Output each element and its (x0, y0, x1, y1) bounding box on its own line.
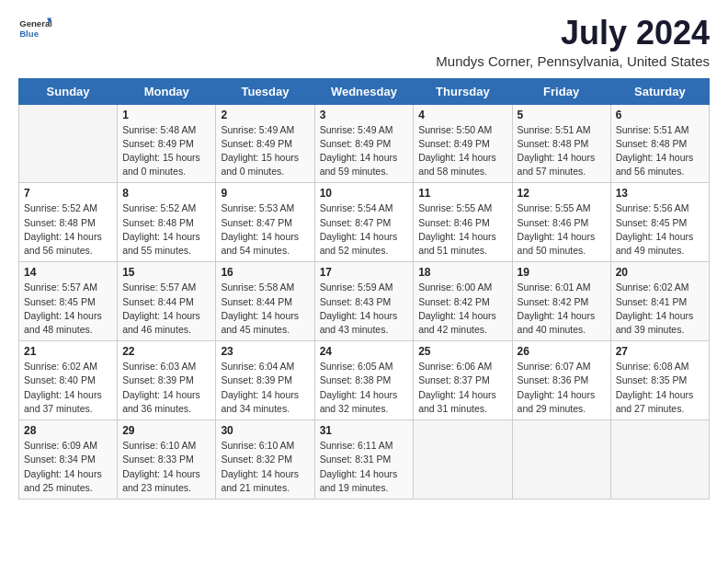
day-info: Sunrise: 5:51 AMSunset: 8:48 PMDaylight:… (616, 123, 704, 179)
day-info: Sunrise: 5:50 AMSunset: 8:49 PMDaylight:… (418, 123, 506, 179)
day-number: 2 (221, 109, 309, 121)
day-info: Sunrise: 5:56 AMSunset: 8:45 PMDaylight:… (616, 201, 704, 258)
week-row-3: 14Sunrise: 5:57 AMSunset: 8:45 PMDayligh… (19, 262, 710, 341)
page-header: General Blue July 2024 Mundys Corner, Pe… (18, 15, 710, 69)
day-number: 1 (122, 109, 210, 121)
main-title: July 2024 (436, 15, 710, 52)
title-block: July 2024 Mundys Corner, Pennsylvania, U… (436, 15, 710, 69)
calendar-cell: 15Sunrise: 5:57 AMSunset: 8:44 PMDayligh… (118, 262, 216, 341)
day-info: Sunrise: 6:04 AMSunset: 8:39 PMDaylight:… (221, 360, 309, 416)
calendar-cell (610, 420, 709, 500)
day-number: 15 (122, 266, 210, 279)
logo: General Blue (18, 15, 51, 48)
day-info: Sunrise: 6:08 AMSunset: 8:35 PMDaylight:… (616, 360, 704, 416)
calendar-cell: 16Sunrise: 5:58 AMSunset: 8:44 PMDayligh… (216, 262, 314, 341)
calendar-cell (414, 420, 512, 500)
calendar-cell (19, 104, 118, 183)
calendar-cell: 1Sunrise: 5:48 AMSunset: 8:49 PMDaylight… (118, 104, 216, 183)
header-day-thursday: Thursday (414, 78, 512, 104)
day-number: 25 (418, 345, 506, 358)
calendar-cell: 28Sunrise: 6:09 AMSunset: 8:34 PMDayligh… (19, 420, 118, 500)
calendar-cell: 3Sunrise: 5:49 AMSunset: 8:49 PMDaylight… (314, 104, 414, 183)
day-number: 6 (616, 109, 704, 121)
day-info: Sunrise: 6:11 AMSunset: 8:31 PMDaylight:… (320, 439, 409, 495)
calendar-cell: 7Sunrise: 5:52 AMSunset: 8:48 PMDaylight… (19, 183, 118, 262)
calendar-cell: 9Sunrise: 5:53 AMSunset: 8:47 PMDaylight… (216, 183, 314, 262)
day-info: Sunrise: 5:57 AMSunset: 8:44 PMDaylight:… (122, 281, 210, 337)
day-info: Sunrise: 5:52 AMSunset: 8:48 PMDaylight:… (122, 201, 210, 258)
calendar-cell: 10Sunrise: 5:54 AMSunset: 8:47 PMDayligh… (314, 183, 414, 262)
day-info: Sunrise: 5:48 AMSunset: 8:49 PMDaylight:… (122, 123, 210, 179)
calendar-cell: 12Sunrise: 5:55 AMSunset: 8:46 PMDayligh… (512, 183, 610, 262)
day-number: 19 (518, 266, 606, 279)
day-number: 14 (24, 266, 112, 279)
logo-svg: General Blue (18, 15, 51, 48)
calendar-cell: 25Sunrise: 6:06 AMSunset: 8:37 PMDayligh… (414, 341, 512, 420)
calendar-table: SundayMondayTuesdayWednesdayThursdayFrid… (18, 78, 710, 500)
day-number: 31 (320, 424, 409, 437)
calendar-cell (512, 420, 610, 500)
day-info: Sunrise: 5:53 AMSunset: 8:47 PMDaylight:… (221, 201, 309, 258)
day-info: Sunrise: 6:07 AMSunset: 8:36 PMDaylight:… (518, 360, 606, 416)
day-number: 17 (320, 266, 409, 279)
day-info: Sunrise: 5:51 AMSunset: 8:48 PMDaylight:… (518, 123, 606, 179)
calendar-cell: 6Sunrise: 5:51 AMSunset: 8:48 PMDaylight… (610, 104, 709, 183)
day-number: 20 (616, 266, 704, 279)
day-info: Sunrise: 5:55 AMSunset: 8:46 PMDaylight:… (418, 201, 506, 258)
day-number: 23 (221, 345, 309, 358)
day-number: 13 (616, 187, 704, 200)
week-row-5: 28Sunrise: 6:09 AMSunset: 8:34 PMDayligh… (19, 420, 710, 500)
calendar-cell: 13Sunrise: 5:56 AMSunset: 8:45 PMDayligh… (610, 183, 709, 262)
calendar-cell: 27Sunrise: 6:08 AMSunset: 8:35 PMDayligh… (610, 341, 709, 420)
day-number: 9 (221, 187, 309, 200)
day-info: Sunrise: 6:02 AMSunset: 8:41 PMDaylight:… (616, 281, 704, 337)
calendar-cell: 24Sunrise: 6:05 AMSunset: 8:38 PMDayligh… (314, 341, 414, 420)
day-info: Sunrise: 6:06 AMSunset: 8:37 PMDaylight:… (418, 360, 506, 416)
header-day-tuesday: Tuesday (216, 78, 314, 104)
day-info: Sunrise: 6:05 AMSunset: 8:38 PMDaylight:… (320, 360, 409, 416)
calendar-cell: 29Sunrise: 6:10 AMSunset: 8:33 PMDayligh… (118, 420, 216, 500)
subtitle: Mundys Corner, Pennsylvania, United Stat… (436, 53, 710, 69)
calendar-cell: 18Sunrise: 6:00 AMSunset: 8:42 PMDayligh… (414, 262, 512, 341)
calendar-header-row: SundayMondayTuesdayWednesdayThursdayFrid… (19, 78, 710, 104)
day-info: Sunrise: 5:55 AMSunset: 8:46 PMDaylight:… (518, 201, 606, 258)
week-row-4: 21Sunrise: 6:02 AMSunset: 8:40 PMDayligh… (19, 341, 710, 420)
day-info: Sunrise: 6:03 AMSunset: 8:39 PMDaylight:… (122, 360, 210, 416)
day-number: 30 (221, 424, 309, 437)
day-number: 12 (518, 187, 606, 200)
day-info: Sunrise: 5:59 AMSunset: 8:43 PMDaylight:… (320, 281, 409, 337)
day-number: 28 (24, 424, 112, 437)
day-number: 16 (221, 266, 309, 279)
svg-text:Blue: Blue (19, 29, 39, 39)
day-info: Sunrise: 6:10 AMSunset: 8:32 PMDaylight:… (221, 439, 309, 495)
day-info: Sunrise: 6:01 AMSunset: 8:42 PMDaylight:… (518, 281, 606, 337)
calendar-cell: 4Sunrise: 5:50 AMSunset: 8:49 PMDaylight… (414, 104, 512, 183)
day-number: 21 (24, 345, 112, 358)
day-info: Sunrise: 5:57 AMSunset: 8:45 PMDaylight:… (24, 281, 112, 337)
day-info: Sunrise: 6:10 AMSunset: 8:33 PMDaylight:… (122, 439, 210, 495)
calendar-cell: 23Sunrise: 6:04 AMSunset: 8:39 PMDayligh… (216, 341, 314, 420)
header-day-wednesday: Wednesday (314, 78, 414, 104)
calendar-cell: 19Sunrise: 6:01 AMSunset: 8:42 PMDayligh… (512, 262, 610, 341)
day-info: Sunrise: 6:00 AMSunset: 8:42 PMDaylight:… (418, 281, 506, 337)
week-row-2: 7Sunrise: 5:52 AMSunset: 8:48 PMDaylight… (19, 183, 710, 262)
day-number: 24 (320, 345, 409, 358)
calendar-cell: 31Sunrise: 6:11 AMSunset: 8:31 PMDayligh… (314, 420, 414, 500)
day-number: 18 (418, 266, 506, 279)
day-info: Sunrise: 5:58 AMSunset: 8:44 PMDaylight:… (221, 281, 309, 337)
day-info: Sunrise: 5:54 AMSunset: 8:47 PMDaylight:… (320, 201, 409, 258)
day-info: Sunrise: 5:49 AMSunset: 8:49 PMDaylight:… (221, 123, 309, 179)
day-number: 7 (24, 187, 112, 200)
header-day-friday: Friday (512, 78, 610, 104)
day-number: 27 (616, 345, 704, 358)
calendar-cell: 21Sunrise: 6:02 AMSunset: 8:40 PMDayligh… (19, 341, 118, 420)
day-number: 11 (418, 187, 506, 200)
calendar-cell: 11Sunrise: 5:55 AMSunset: 8:46 PMDayligh… (414, 183, 512, 262)
day-info: Sunrise: 5:49 AMSunset: 8:49 PMDaylight:… (320, 123, 409, 179)
day-number: 29 (122, 424, 210, 437)
day-number: 4 (418, 109, 506, 121)
svg-text:General: General (19, 18, 51, 29)
day-number: 22 (122, 345, 210, 358)
day-number: 8 (122, 187, 210, 200)
day-number: 26 (518, 345, 606, 358)
